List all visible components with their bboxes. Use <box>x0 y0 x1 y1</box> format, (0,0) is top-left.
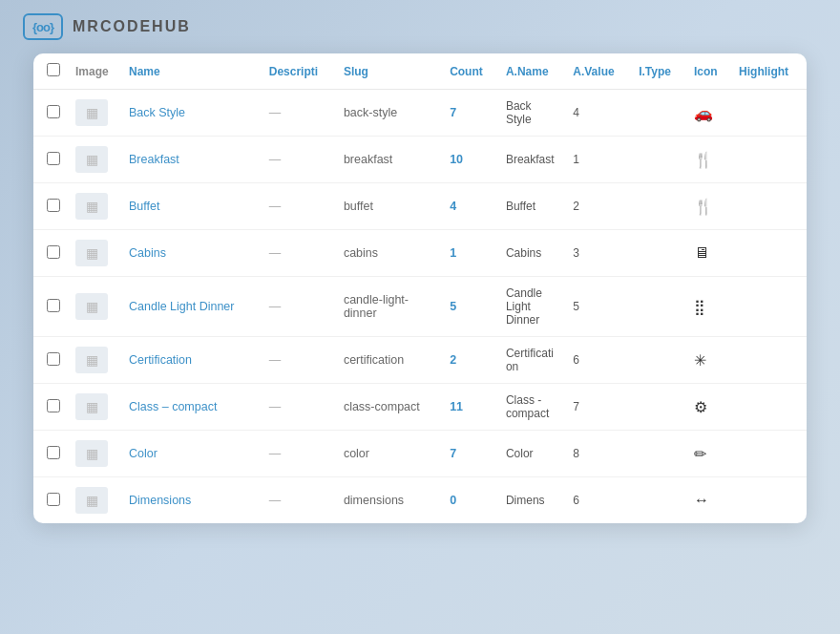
row-icon: 🖥 <box>686 230 731 277</box>
table-row: ▦Breakfast—breakfast10Breakfast1🍴 <box>33 137 807 183</box>
row-a-name: Class - compact <box>498 384 565 431</box>
table-row: ▦Color—color7Color8✏ <box>33 431 807 477</box>
row-a-value: 1 <box>565 137 631 183</box>
row-name-cell: Breakfast <box>121 137 262 183</box>
header-description: Descripti <box>262 53 336 90</box>
image-icon: ▦ <box>86 299 98 314</box>
row-checkbox[interactable] <box>47 105 60 118</box>
row-count: 11 <box>442 384 498 431</box>
row-description: — <box>262 431 336 477</box>
row-checkbox[interactable] <box>47 446 60 459</box>
row-name-link[interactable]: Class – compact <box>129 400 217 413</box>
row-count: 7 <box>442 431 498 477</box>
row-checkbox[interactable] <box>47 493 60 506</box>
image-icon: ▦ <box>86 352 98 368</box>
row-i-type <box>631 137 686 183</box>
row-slug: dimensions <box>336 477 442 524</box>
row-name-cell: Certification <box>121 337 262 384</box>
row-checkbox-cell <box>33 137 68 183</box>
row-name-link[interactable]: Breakfast <box>129 153 179 166</box>
row-count: 2 <box>442 337 498 384</box>
image-icon: ▦ <box>86 105 98 120</box>
table-header-row: Image Name Descripti Slug Count A.Name A… <box>33 53 807 90</box>
row-image-cell: ▦ <box>68 277 121 337</box>
row-a-value: 8 <box>565 431 631 477</box>
row-icon: 🍴 <box>686 183 731 230</box>
image-placeholder: ▦ <box>75 193 108 220</box>
row-icon: ⣿ <box>686 277 731 337</box>
main-table: Image Name Descripti Slug Count A.Name A… <box>33 53 807 523</box>
row-checkbox[interactable] <box>47 352 60 366</box>
header-i-type: I.Type <box>631 53 686 90</box>
select-all-checkbox[interactable] <box>47 63 60 76</box>
row-i-type <box>631 384 686 431</box>
row-a-name: Cabins <box>498 230 565 277</box>
row-count: 1 <box>442 230 498 277</box>
row-description: — <box>262 477 336 524</box>
row-name-cell: Color <box>121 431 262 477</box>
image-icon: ▦ <box>86 152 98 167</box>
logo-icon: {oo} <box>23 13 63 40</box>
row-slug: candle-light-dinner <box>336 277 442 337</box>
header-name: Name <box>121 53 262 90</box>
row-checkbox[interactable] <box>47 199 60 212</box>
row-icon: 🍴 <box>686 137 731 183</box>
image-placeholder: ▦ <box>75 347 108 373</box>
row-image-cell: ▦ <box>68 337 121 384</box>
row-name-link[interactable]: Certification <box>129 353 192 367</box>
row-slug: buffet <box>336 183 442 230</box>
row-name-cell: Candle Light Dinner <box>121 277 262 337</box>
row-a-value: 3 <box>565 230 631 277</box>
row-i-type <box>631 230 686 277</box>
row-description: — <box>262 90 336 137</box>
row-name-link[interactable]: Buffet <box>129 200 159 213</box>
row-image-cell: ▦ <box>68 137 121 183</box>
row-name-link[interactable]: Color <box>129 447 158 460</box>
table-container: Image Name Descripti Slug Count A.Name A… <box>33 53 807 523</box>
image-icon: ▦ <box>86 399 98 414</box>
row-slug: breakfast <box>336 137 442 183</box>
row-highlight <box>731 384 807 431</box>
row-a-value: 5 <box>565 277 631 337</box>
row-image-cell: ▦ <box>68 90 121 137</box>
row-image-cell: ▦ <box>68 230 121 277</box>
row-slug: cabins <box>336 230 442 277</box>
header-a-name: A.Name <box>498 53 565 90</box>
row-name-link[interactable]: Dimensions <box>129 494 191 507</box>
row-checkbox-cell <box>33 337 68 384</box>
row-name-link[interactable]: Cabins <box>129 246 166 260</box>
row-i-type <box>631 431 686 477</box>
table-row: ▦Buffet—buffet4Buffet2🍴 <box>33 183 807 230</box>
row-name-cell: Back Style <box>121 90 262 137</box>
table-row: ▦Cabins—cabins1Cabins3🖥 <box>33 230 807 277</box>
row-checkbox[interactable] <box>47 152 60 165</box>
row-name-link[interactable]: Candle Light Dinner <box>129 300 235 313</box>
row-checkbox-cell <box>33 384 68 431</box>
row-i-type <box>631 477 686 524</box>
row-highlight <box>731 277 807 337</box>
row-name-cell: Class – compact <box>121 384 262 431</box>
row-a-name: Breakfast <box>498 137 565 183</box>
row-checkbox-cell <box>33 90 68 137</box>
header-slug: Slug <box>336 53 442 90</box>
image-placeholder: ▦ <box>75 393 108 420</box>
row-description: — <box>262 337 336 384</box>
row-checkbox[interactable] <box>47 299 60 312</box>
row-a-name: Color <box>498 431 565 477</box>
row-image-cell: ▦ <box>68 384 121 431</box>
row-name-cell: Cabins <box>121 230 262 277</box>
row-i-type <box>631 277 686 337</box>
row-highlight <box>731 183 807 230</box>
image-placeholder: ▦ <box>75 99 108 126</box>
row-checkbox[interactable] <box>47 399 60 412</box>
header-image: Image <box>68 53 121 90</box>
row-highlight <box>731 337 807 384</box>
row-highlight <box>731 477 807 524</box>
row-image-cell: ▦ <box>68 477 121 524</box>
row-name-link[interactable]: Back Style <box>129 106 185 119</box>
row-i-type <box>631 183 686 230</box>
row-slug: certification <box>336 337 442 384</box>
row-checkbox[interactable] <box>47 245 60 259</box>
table-row: ▦Certification—certification2Certificati… <box>33 337 807 384</box>
row-highlight <box>731 431 807 477</box>
